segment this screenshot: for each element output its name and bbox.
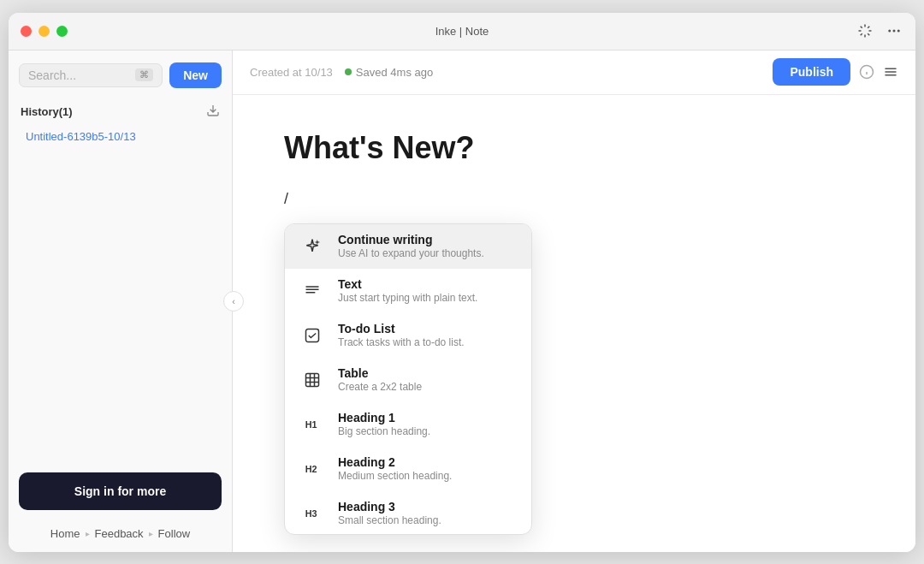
slash-menu-item-table[interactable]: Table Create a 2x2 table [285,358,531,402]
app-window: Inke | Note Search... ⌘ New [9,13,915,552]
more-options-button[interactable] [885,21,903,40]
sidebar: Search... ⌘ New History(1) Untitled-6139… [9,50,233,552]
puzzle-icon-button[interactable] [856,21,874,40]
main-layout: Search... ⌘ New History(1) Untitled-6139… [9,50,915,552]
info-button[interactable] [859,64,874,80]
sidebar-spacer [9,149,232,462]
window-title: Inke | Note [435,25,489,38]
slash-menu-item-todo[interactable]: To-do List Track tasks with a to-do list… [285,313,531,358]
slash-menu-text-h3: Heading 3 Small section heading. [338,500,518,526]
download-icon [206,104,220,117]
svg-rect-12 [306,329,319,341]
history-item[interactable]: Untitled-6139b5-10/13 [14,125,227,148]
created-text: Created at 10/13 [250,66,333,79]
slash-menu-text-table: Table Create a 2x2 table [338,366,518,393]
text-icon [299,277,326,305]
content-header: Created at 10/13 Saved 4ms ago Publish [233,50,915,95]
info-icon [859,64,874,80]
sidebar-history: History(1) [9,97,232,124]
sidebar-footer: Home ▸ Feedback ▸ Follow [9,520,232,552]
new-button[interactable]: New [169,62,222,88]
footer-follow-link[interactable]: Follow [158,527,191,540]
svg-rect-7 [885,71,897,73]
slash-menu-item-continue-writing[interactable]: Continue writing Use AI to expand your t… [285,224,531,269]
svg-point-1 [893,30,896,33]
header-right: Publish [773,58,898,86]
svg-point-2 [897,30,900,33]
minimize-button[interactable] [38,26,50,37]
download-button[interactable] [206,104,220,121]
slash-menu-text-h2: Heading 2 Medium section heading. [338,455,518,482]
content-area: Created at 10/13 Saved 4ms ago Publish [233,50,915,552]
h1-icon: H1 [299,411,326,438]
h3-icon: H3 [299,500,326,527]
sparkle-icon [299,233,326,260]
publish-button[interactable]: Publish [773,58,850,86]
footer-feedback-link[interactable]: Feedback [95,527,144,540]
close-button[interactable] [21,26,32,37]
slash-menu: Continue writing Use AI to expand your t… [284,223,532,535]
saved-text: Saved 4ms ago [356,66,433,79]
slash-menu-item-h1[interactable]: H1 Heading 1 Big section heading. [285,402,531,447]
table-icon [299,366,326,394]
sign-in-button[interactable]: Sign in for more [19,472,222,510]
saved-badge: Saved 4ms ago [345,66,433,79]
footer-sep-1: ▸ [86,529,90,538]
svg-point-0 [888,30,891,33]
collapse-sidebar-button[interactable]: ‹ [223,291,244,312]
title-bar-actions [856,21,903,40]
slash-menu-text-h1: Heading 1 Big section heading. [338,411,518,437]
search-placeholder: Search... [28,68,130,82]
traffic-lights [21,26,68,37]
sidebar-top: Search... ⌘ New [9,50,232,97]
svg-rect-6 [885,68,897,70]
maximize-button[interactable] [56,26,68,37]
h2-icon: H2 [299,455,326,483]
svg-text:H2: H2 [305,464,317,474]
checkbox-icon [299,322,326,349]
slash-cursor: / [284,190,864,208]
svg-rect-13 [306,373,319,386]
slash-menu-text-todo: To-do List Track tasks with a to-do list… [338,322,518,348]
footer-sep-2: ▸ [149,529,153,538]
puzzle-icon [857,23,873,39]
history-label: History(1) [21,105,73,118]
content-more-button[interactable] [883,64,898,80]
slash-menu-item-text[interactable]: Text Just start typing with plain text. [285,269,531,313]
svg-text:H1: H1 [305,419,317,430]
slash-menu-item-h3[interactable]: H3 Heading 3 Small section heading. [285,491,531,534]
svg-rect-8 [885,74,897,76]
slash-menu-text-text: Text Just start typing with plain text. [338,277,518,304]
footer-home-link[interactable]: Home [50,527,80,540]
more-icon [886,23,902,39]
editor-area[interactable]: What's New? / Continue writing [233,95,915,552]
title-bar: Inke | Note [9,13,915,50]
slash-menu-item-h2[interactable]: H2 Heading 2 Medium section heading. [285,447,531,491]
slash-menu-text-continue-writing: Continue writing Use AI to expand your t… [338,233,518,259]
svg-text:H3: H3 [305,508,317,519]
saved-dot [345,68,352,75]
search-box[interactable]: Search... ⌘ [19,63,163,87]
doc-title: What's New? [284,129,864,166]
content-more-icon [883,64,898,80]
search-kbd: ⌘ [135,68,153,81]
